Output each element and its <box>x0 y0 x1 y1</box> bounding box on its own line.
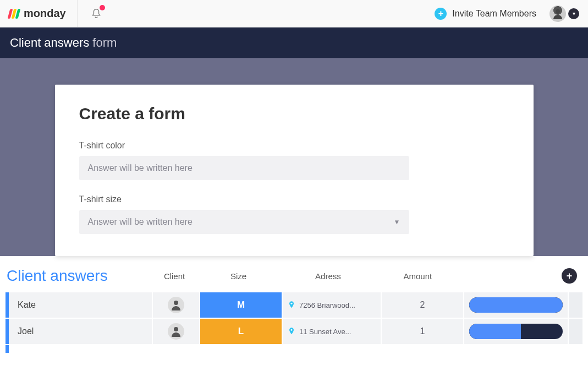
field-label: T-shirt color <box>79 141 509 151</box>
progress-cell[interactable] <box>464 292 569 318</box>
amount-cell[interactable]: 1 <box>382 319 464 344</box>
field-label: T-shirt size <box>79 195 509 204</box>
svg-point-2 <box>290 303 292 304</box>
row-name: Joel <box>18 326 34 336</box>
board-header: Client answers Client Size Adress Amount… <box>6 267 582 285</box>
chevron-down-icon: ▾ <box>568 8 579 19</box>
table-row[interactable]: Joel L 11 Sunset Ave... 1 <box>6 319 582 345</box>
avatar-icon <box>168 297 184 313</box>
brand-name: monday <box>24 7 66 20</box>
page-title-sub: form <box>92 36 117 50</box>
notifications-button[interactable] <box>89 6 104 21</box>
client-cell[interactable] <box>153 319 200 344</box>
chevron-down-icon: ▼ <box>394 218 400 226</box>
column-header-client[interactable]: Client <box>151 271 198 281</box>
progress-bar <box>469 297 563 313</box>
column-header-adress[interactable]: Adress <box>279 271 377 281</box>
amount-value: 2 <box>420 300 425 310</box>
form-field-tshirt-color: T-shirt color Answer will be written her… <box>79 141 509 180</box>
add-column-button[interactable]: + <box>562 268 577 284</box>
table-row-stub <box>6 345 582 353</box>
form-canvas: Create a form T-shirt color Answer will … <box>0 58 588 256</box>
address-cell[interactable]: 11 Sunset Ave... <box>283 319 382 344</box>
progress-cell[interactable] <box>464 319 569 344</box>
avatar-icon <box>168 323 184 340</box>
svg-point-0 <box>556 9 560 14</box>
avatar-icon <box>549 5 566 22</box>
form-card: Create a form T-shirt color Answer will … <box>55 85 534 256</box>
svg-point-3 <box>174 327 178 331</box>
client-cell[interactable] <box>153 292 200 318</box>
form-field-tshirt-size: T-shirt size Answer will be written here… <box>79 195 509 234</box>
size-value: M <box>237 300 245 310</box>
address-text: 11 Sunset Ave... <box>299 328 351 336</box>
row-trailing <box>569 319 582 344</box>
tshirt-size-select[interactable]: Answer will be written here ▼ <box>79 210 409 234</box>
amount-value: 1 <box>420 326 425 336</box>
board-panel: Client answers Client Size Adress Amount… <box>0 256 588 353</box>
column-header-amount[interactable]: Amount <box>377 271 458 281</box>
location-pin-icon <box>287 327 296 336</box>
size-cell[interactable]: M <box>200 292 283 318</box>
table-row[interactable]: Kate M 7256 Briarwood... 2 <box>6 292 582 319</box>
plus-icon: + <box>567 270 573 282</box>
page-title-main: Client answers <box>10 36 89 50</box>
amount-cell[interactable]: 2 <box>382 292 464 318</box>
notification-dot-icon <box>100 5 105 10</box>
plus-icon: + <box>435 8 447 20</box>
logo[interactable]: monday <box>9 0 78 27</box>
form-title: Create a form <box>79 104 509 123</box>
progress-fill <box>469 297 563 313</box>
select-placeholder: Answer will be written here <box>88 217 193 227</box>
top-bar: monday + Invite Team Members ▾ <box>0 0 588 27</box>
svg-point-4 <box>290 329 292 331</box>
board-rows: Kate M 7256 Briarwood... 2 <box>6 292 582 353</box>
invite-team-members-button[interactable]: + Invite Team Members <box>435 8 536 20</box>
size-value: L <box>238 326 244 337</box>
page-title-bar: Client answers form <box>0 27 588 58</box>
progress-bar <box>469 324 563 339</box>
address-text: 7256 Briarwood... <box>299 301 355 309</box>
progress-fill <box>469 324 521 339</box>
invite-label: Invite Team Members <box>452 9 536 19</box>
tshirt-color-input[interactable]: Answer will be written here <box>79 156 409 180</box>
location-pin-icon <box>287 301 296 309</box>
svg-point-1 <box>174 301 178 305</box>
logo-mark-icon <box>9 9 20 19</box>
row-trailing <box>569 292 582 318</box>
column-header-size[interactable]: Size <box>198 271 279 281</box>
input-placeholder: Answer will be written here <box>88 163 193 173</box>
row-name-cell[interactable]: Kate <box>9 292 153 318</box>
row-name: Kate <box>18 300 36 310</box>
board-title: Client answers <box>6 267 151 285</box>
size-cell[interactable]: L <box>200 319 283 344</box>
address-cell[interactable]: 7256 Briarwood... <box>283 292 382 318</box>
row-name-cell[interactable]: Joel <box>9 319 153 344</box>
profile-menu[interactable]: ▾ <box>549 5 579 22</box>
